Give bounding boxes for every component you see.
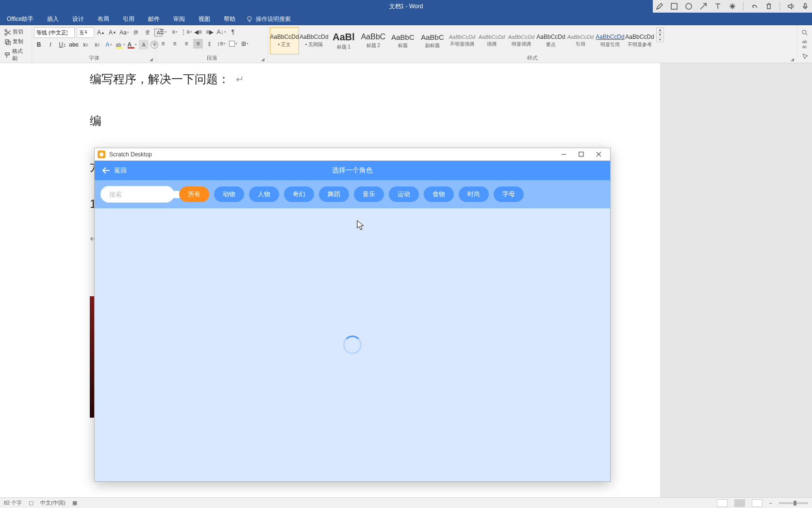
bold-button[interactable]: B [34,40,44,50]
underline-button[interactable]: U▾ [57,40,67,50]
increase-indent-button[interactable]: ≡▶ [205,27,215,37]
sort-button[interactable]: A↓▾ [216,27,226,37]
category-食物[interactable]: 食物 [424,186,454,202]
strikethrough-button[interactable]: abc [69,40,79,50]
category-奇幻[interactable]: 奇幻 [284,186,314,202]
scratch-titlebar[interactable]: Scratch Desktop [95,148,610,161]
replace-button[interactable]: abac [802,39,807,49]
copy-button[interactable]: 复制 [2,37,30,46]
tab-review[interactable]: 审阅 [166,15,192,23]
highlight-button[interactable]: ab▾ [116,40,125,50]
justify-button[interactable]: ≡ [193,39,203,49]
zoom-slider[interactable] [779,502,808,504]
print-layout-button[interactable] [734,499,745,507]
style-明显引用[interactable]: AaBbCcDd明显引用 [596,27,625,54]
pencil-icon[interactable] [656,2,663,10]
style-引用[interactable]: AaBbCcDd引用 [566,27,595,54]
style-无间隔[interactable]: AaBbCcDd• 无间隔 [299,27,329,54]
minimize-button[interactable] [555,148,572,160]
change-case-button[interactable]: Aa▾ [119,28,129,37]
distribute-button[interactable]: ⫿ [205,39,215,49]
maximize-button[interactable] [572,148,590,160]
align-right-button[interactable]: ≡ [182,39,191,49]
style-明显强调[interactable]: AaBbCcDd明显强调 [507,27,536,54]
tab-help[interactable]: 帮助 [217,15,242,23]
clear-formatting-button[interactable]: 变 [143,28,152,37]
tab-layout[interactable]: 布局 [91,15,116,23]
undo-icon[interactable] [750,2,758,10]
tab-view[interactable]: 视图 [192,15,217,23]
tell-me-search[interactable]: 操作说明搜索 [246,15,291,23]
tab-references[interactable]: 引用 [116,15,141,23]
sparkle-icon[interactable] [729,2,736,10]
font-color-button[interactable]: A▾ [127,40,137,50]
cut-button[interactable]: 剪切 [2,27,30,36]
align-left-button[interactable]: ≡ [158,39,168,49]
multilevel-button[interactable]: ⋮≡▾ [182,27,191,37]
category-舞蹈[interactable]: 舞蹈 [319,186,349,202]
style-要点[interactable]: AaBbCcDd要点 [536,27,565,54]
close-button[interactable] [590,148,607,160]
macro-icon[interactable]: ▦ [72,500,77,506]
text-icon[interactable] [714,2,722,10]
line-spacing-button[interactable]: ↕≡▾ [216,39,226,49]
phonetic-guide-button[interactable]: 拼 [131,28,141,37]
category-字母[interactable]: 字母 [494,186,524,202]
category-时尚[interactable]: 时尚 [459,186,489,202]
tab-mailings[interactable]: 邮件 [141,15,166,23]
grow-font-button[interactable]: A▲ [96,28,106,37]
italic-button[interactable]: I [46,40,55,50]
shrink-font-button[interactable]: A▼ [108,28,117,37]
word-count[interactable]: 82 个字 [4,499,22,507]
style-标题 1[interactable]: AaBl标题 1 [329,27,358,54]
proofing-icon[interactable]: ▢ [29,500,33,506]
format-painter-button[interactable]: 格式刷 [2,47,30,63]
circle-icon[interactable] [685,2,693,10]
category-动物[interactable]: 动物 [214,186,244,202]
font-size-select[interactable] [77,27,94,38]
find-icon[interactable] [801,29,808,36]
tab-insert[interactable]: 插入 [40,15,66,23]
styles-more-button[interactable]: ▾ [657,37,663,42]
category-所有[interactable]: 所有 [179,186,209,202]
select-icon[interactable] [801,52,808,59]
shading-button[interactable]: ▾ [228,39,238,49]
tab-design[interactable]: 设计 [66,15,91,23]
style-不明显参考[interactable]: AaBbCcDd不明显参考 [625,27,654,54]
category-人物[interactable]: 人物 [249,186,279,202]
borders-button[interactable]: ⊞▾ [240,39,249,49]
styles-up-button[interactable]: ▲ [657,28,663,33]
style-正文[interactable]: AaBbCcDd• 正文 [270,27,299,54]
bullets-button[interactable]: ☰▾ [158,27,168,37]
web-layout-button[interactable] [752,499,762,507]
style-不明显强调[interactable]: AaBbCcDd不明显强调 [447,27,477,54]
align-center-button[interactable]: ≡ [170,39,180,49]
font-launcher[interactable]: ◢ [149,57,153,62]
tab-office-helper[interactable]: Office助手 [0,15,40,23]
char-shading-button[interactable]: A [139,40,149,50]
mic-icon[interactable] [801,2,809,10]
category-音乐[interactable]: 音乐 [354,186,384,202]
style-强调[interactable]: AaBbCcDd强调 [477,27,506,54]
language-status[interactable]: 中文(中国) [40,499,65,507]
style-副标题[interactable]: AaBbC副标题 [418,27,447,54]
style-标题 2[interactable]: AaBbC标题 2 [359,27,388,54]
square-icon[interactable] [670,2,678,10]
superscript-button[interactable]: x2 [92,40,102,50]
numbering-button[interactable]: ≡▾ [170,27,180,37]
subscript-button[interactable]: x2 [81,40,90,50]
style-标题[interactable]: AaBbC标题 [388,27,417,54]
read-mode-button[interactable] [717,499,728,507]
volume-icon[interactable] [787,2,795,10]
text-effects-button[interactable]: A▾ [104,40,114,50]
styles-launcher[interactable]: ◢ [791,57,794,62]
arrow-icon[interactable] [699,2,707,10]
search-input[interactable] [109,191,191,198]
styles-down-button[interactable]: ▼ [657,33,663,37]
font-name-select[interactable] [34,27,75,38]
decrease-indent-button[interactable]: ◀≡ [193,27,203,37]
paragraph-launcher[interactable]: ◢ [261,57,265,62]
trash-icon[interactable] [765,2,773,10]
category-运动[interactable]: 运动 [389,186,419,202]
zoom-out-button[interactable]: − [769,500,772,506]
